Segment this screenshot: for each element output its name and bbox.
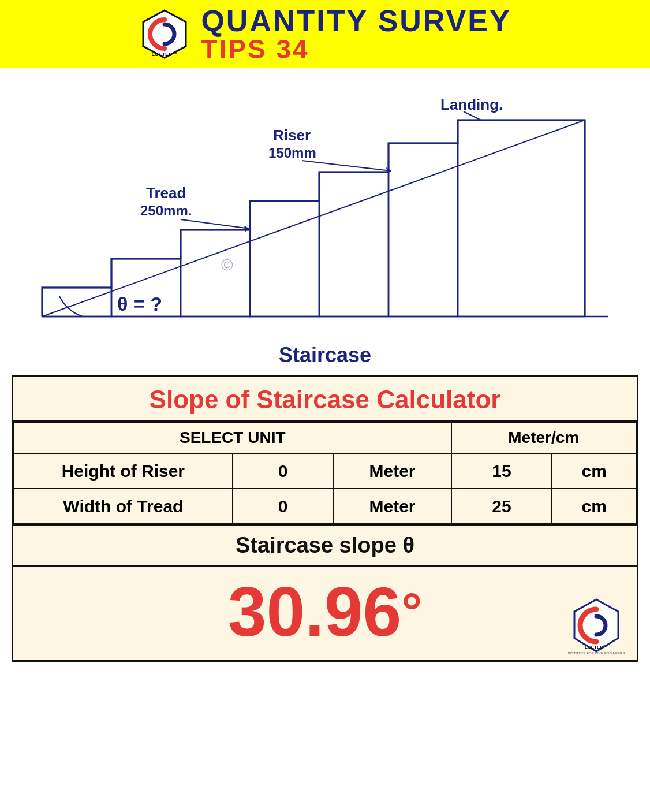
svg-rect-7 <box>319 172 388 316</box>
calc-title-row: Slope of Staircase Calculator <box>13 377 637 422</box>
svg-text:©: © <box>221 256 233 274</box>
height-meter-value[interactable]: 0 <box>233 453 334 489</box>
svg-text:LCETED™: LCETED™ <box>152 51 178 57</box>
header: LCETED™ QUANTITY SURVEY TIPS 34 <box>0 0 650 68</box>
width-meter-value[interactable]: 0 <box>233 489 334 524</box>
width-tread-label: Width of Tread <box>14 489 233 524</box>
lceted-logo-header: LCETED™ <box>139 8 190 60</box>
select-unit-row: SELECT UNIT Meter/cm <box>14 422 636 453</box>
staircase-svg: θ = ? Riser 150mm Tread 250mm. Landing. … <box>19 74 631 340</box>
lceted-logo-bottom: LCETED™ INSTITUTE FOR CIVIL ENGINEERS <box>567 597 625 654</box>
staircase-label: Staircase <box>279 343 371 367</box>
diagram-area: θ = ? Riser 150mm Tread 250mm. Landing. … <box>0 68 650 375</box>
svg-rect-8 <box>388 143 458 316</box>
svg-text:150mm: 150mm <box>268 145 316 161</box>
svg-text:INSTITUTE FOR CIVIL ENGINEERS: INSTITUTE FOR CIVIL ENGINEERS <box>568 651 625 654</box>
header-text-block: QUANTITY SURVEY TIPS 34 <box>201 6 511 62</box>
unit-label: Meter/cm <box>451 422 637 453</box>
slope-degree-symbol: ° <box>401 586 422 638</box>
height-cm-unit: cm <box>552 453 636 489</box>
calc-title: Slope of Staircase Calculator <box>150 385 501 414</box>
svg-rect-5 <box>181 230 250 316</box>
svg-line-14 <box>302 161 391 171</box>
svg-line-18 <box>181 219 250 229</box>
slope-result-value: 30.96 <box>228 577 401 646</box>
svg-rect-9 <box>458 120 585 316</box>
header-subtitle: TIPS 34 <box>201 36 309 62</box>
slope-result-row: 30.96 ° LCETED™ INSTITUTE FOR CIVIL ENGI… <box>13 567 637 660</box>
svg-rect-6 <box>250 201 319 316</box>
calculator-container: Slope of Staircase Calculator SELECT UNI… <box>12 375 638 662</box>
svg-text:Tread: Tread <box>146 184 186 202</box>
width-cm-value[interactable]: 25 <box>451 489 552 524</box>
width-meter-unit: Meter <box>334 489 451 524</box>
slope-label-row: Staircase slope θ <box>13 524 637 567</box>
svg-text:250mm.: 250mm. <box>140 203 192 218</box>
svg-text:θ = ?: θ = ? <box>117 293 162 315</box>
calculator-table: SELECT UNIT Meter/cm Height of Riser 0 M… <box>13 422 637 524</box>
svg-text:LCETED™: LCETED™ <box>585 645 608 650</box>
svg-text:Riser: Riser <box>273 126 311 144</box>
header-title: QUANTITY SURVEY <box>201 6 511 36</box>
height-meter-unit: Meter <box>334 453 451 489</box>
select-unit-label: SELECT UNIT <box>14 422 451 453</box>
slope-label: Staircase slope θ <box>236 533 414 557</box>
height-cm-value[interactable]: 15 <box>451 453 552 489</box>
height-riser-label: Height of Riser <box>14 453 233 489</box>
height-riser-row: Height of Riser 0 Meter 15 cm <box>14 453 636 489</box>
svg-text:Landing.: Landing. <box>440 96 503 113</box>
staircase-diagram: θ = ? Riser 150mm Tread 250mm. Landing. … <box>12 74 638 340</box>
width-cm-unit: cm <box>552 489 636 524</box>
lceted-logo-svg-bottom: LCETED™ INSTITUTE FOR CIVIL ENGINEERS <box>567 597 625 654</box>
width-tread-row: Width of Tread 0 Meter 25 cm <box>14 489 636 524</box>
height-riser-text: Height of Riser <box>62 461 185 481</box>
width-tread-text: Width of Tread <box>63 497 183 516</box>
